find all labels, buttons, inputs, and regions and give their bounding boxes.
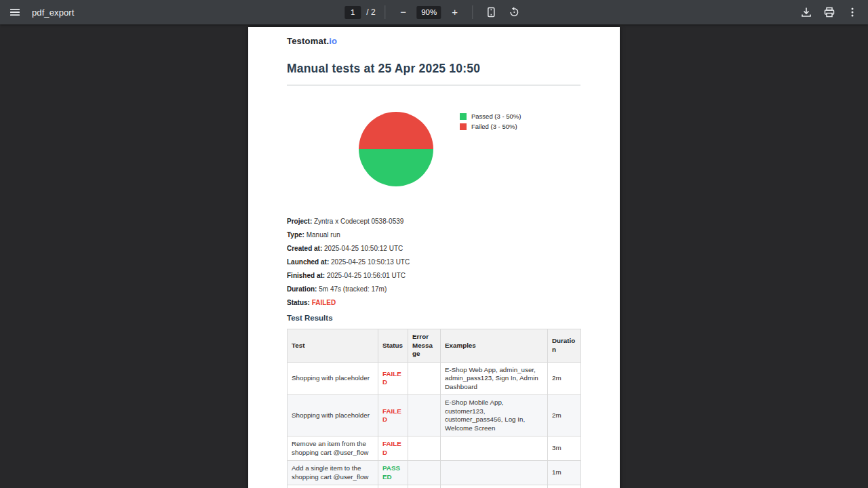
- toolbar-right: [797, 3, 868, 21]
- detail-label: Project:: [287, 218, 312, 225]
- cell-test: Shopping with placeholder: [288, 395, 378, 436]
- table-body: Shopping with placeholderFAILEDE-Shop We…: [288, 362, 581, 488]
- detail-value: 2025-04-25 10:56:01 UTC: [327, 272, 406, 279]
- table-row: Add a single item to the shopping cart @…: [288, 461, 581, 485]
- page-total: 2: [371, 7, 376, 17]
- cell-test: Add a single item to the shopping cart @…: [288, 461, 378, 485]
- pdf-page: Testomat.io Manual tests at 25 Apr 2025 …: [248, 27, 620, 488]
- zoom-level-input[interactable]: [417, 6, 441, 19]
- detail-line: Launched at: 2025-04-25 10:50:13 UTC: [287, 259, 580, 266]
- table-row: Remove an item from the shopping cart @u…: [288, 436, 581, 461]
- detail-line: Project: Zyntra x Codecept 0538-0539: [287, 218, 580, 225]
- toolbar-left: pdf_export: [0, 3, 74, 21]
- detail-value: Zyntra x Codecept 0538-0539: [314, 218, 403, 225]
- testomat-logo: Testomat.io: [287, 36, 580, 46]
- rotate-icon[interactable]: [506, 3, 524, 21]
- detail-value: 2025-04-25 10:50:13 UTC: [331, 258, 410, 266]
- cell-test: Remove an item from the shopping cart @u…: [288, 436, 378, 461]
- table-row: Shopping with placeholderFAILEDE-Shop Mo…: [288, 395, 581, 436]
- document-title: pdf_export: [32, 7, 74, 18]
- logo-accent-text: io: [329, 36, 337, 46]
- cell-examples: E-Shop Mobile App, customer123, customer…: [441, 395, 548, 436]
- cell-examples: [441, 461, 548, 485]
- column-header-test: Test: [288, 329, 378, 363]
- detail-label: Created at:: [287, 245, 322, 252]
- cell-error-message: [408, 395, 441, 436]
- detail-label: Finished at:: [287, 272, 325, 279]
- cell-duration: 2m: [548, 395, 581, 436]
- cell-duration: 3m: [548, 436, 581, 461]
- zoom-in-button[interactable]: +: [447, 4, 463, 20]
- legend-swatch: [460, 113, 467, 120]
- zoom-out-button[interactable]: −: [395, 4, 412, 20]
- detail-line: Finished at: 2025-04-25 10:56:01 UTC: [287, 272, 580, 279]
- detail-line: Duration: 5m 47s (tracked: 17m): [287, 286, 580, 293]
- run-details: Project: Zyntra x Codecept 0538-0539Type…: [287, 218, 580, 306]
- detail-value: 2025-04-25 10:50:12 UTC: [324, 245, 403, 252]
- page-number-input[interactable]: [344, 6, 361, 19]
- download-icon[interactable]: [797, 3, 815, 21]
- cell-duration: 5m: [548, 485, 581, 488]
- cell-duration: 2m: [548, 362, 581, 395]
- column-header-duration: Duration: [548, 329, 581, 363]
- detail-label: Launched at:: [287, 258, 329, 266]
- title-divider: [287, 85, 580, 85]
- cell-status: PASSED: [378, 485, 408, 488]
- report-title: Manual tests at 25 Apr 2025 10:50: [287, 62, 580, 76]
- logo-text: Testomat.: [287, 36, 329, 46]
- menu-icon[interactable]: [6, 3, 24, 21]
- test-results-heading: Test Results: [287, 314, 580, 322]
- column-header-error-message: Error Message: [408, 329, 441, 363]
- pie-chart: [359, 112, 433, 186]
- toolbar-center: / 2 − +: [344, 0, 523, 24]
- detail-value: Manual run: [307, 231, 340, 239]
- table-header-row: TestStatusError MessageExamplesDuration: [288, 329, 581, 363]
- more-options-icon[interactable]: [844, 3, 861, 21]
- cell-status: FAILED: [378, 436, 408, 461]
- legend-swatch: [460, 123, 467, 130]
- toolbar-separator: [473, 5, 473, 19]
- cell-error-message: [408, 436, 441, 461]
- test-results-table: TestStatusError MessageExamplesDuration …: [287, 329, 581, 488]
- column-header-examples: Examples: [441, 329, 548, 363]
- toolbar-separator: [385, 5, 386, 19]
- cell-examples: [441, 436, 548, 461]
- chart-legend: Passed (3 - 50%)Failed (3 - 50%): [460, 113, 521, 133]
- table-row: Shopping with placeholderFAILEDE-Shop We…: [288, 362, 581, 395]
- pdf-page-content: Testomat.io Manual tests at 25 Apr 2025 …: [248, 27, 620, 488]
- detail-value: 5m 47s (tracked: 17m): [319, 285, 387, 293]
- detail-line: Type: Manual run: [287, 232, 580, 239]
- page-divider: /: [366, 7, 368, 17]
- print-icon[interactable]: [821, 3, 838, 21]
- cell-status: FAILED: [378, 395, 408, 436]
- legend-item: Passed (3 - 50%): [460, 113, 521, 120]
- pie-chart-block: Passed (3 - 50%)Failed (3 - 50%): [287, 112, 580, 186]
- detail-label: Duration:: [287, 285, 317, 293]
- legend-item: Failed (3 - 50%): [460, 123, 521, 130]
- cell-test: Add multiple different items to the shop…: [288, 485, 378, 488]
- cell-status: PASSED: [378, 461, 408, 485]
- page-count-label: / 2: [366, 7, 375, 17]
- cell-error-message: [408, 362, 441, 395]
- detail-label: Type:: [287, 231, 304, 239]
- pdf-viewport[interactable]: Testomat.io Manual tests at 25 Apr 2025 …: [0, 24, 868, 488]
- detail-line: Created at: 2025-04-25 10:50:12 UTC: [287, 245, 580, 252]
- column-header-status: Status: [378, 329, 408, 363]
- pdf-viewer: pdf_export / 2 − +: [0, 0, 868, 488]
- pdf-toolbar: pdf_export / 2 − +: [0, 0, 868, 24]
- cell-examples: [441, 485, 548, 488]
- fit-page-icon[interactable]: [483, 3, 500, 21]
- cell-error-message: [408, 485, 441, 488]
- detail-value: FAILED: [312, 299, 336, 306]
- cell-test: Shopping with placeholder: [288, 362, 378, 395]
- legend-label: Passed (3 - 50%): [471, 113, 521, 120]
- cell-status: FAILED: [378, 362, 408, 395]
- cell-examples: E-Shop Web App, admin_user, admin_pass12…: [441, 362, 548, 395]
- detail-label: Status:: [287, 299, 310, 306]
- cell-duration: 1m: [548, 461, 581, 485]
- legend-label: Failed (3 - 50%): [471, 123, 517, 130]
- detail-line: Status: FAILED: [287, 300, 580, 306]
- table-row: Add multiple different items to the shop…: [288, 485, 581, 488]
- cell-error-message: [408, 461, 441, 485]
